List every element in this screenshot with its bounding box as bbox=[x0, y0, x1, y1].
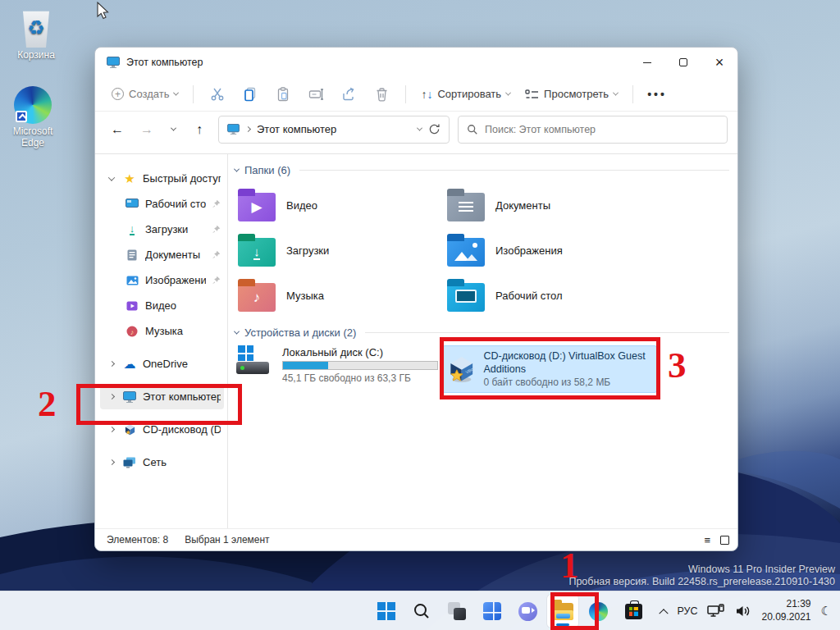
details-view-button[interactable]: ≡ bbox=[704, 534, 710, 546]
titlebar[interactable]: Этот компьютер × bbox=[95, 48, 737, 77]
sidebar-item-network[interactable]: Сеть bbox=[100, 450, 224, 475]
widgets-button[interactable] bbox=[477, 595, 508, 628]
navigation-pane: ★ Быстрый доступ Рабочий стол ↓ Загрузки… bbox=[95, 154, 228, 528]
paste-button[interactable] bbox=[267, 82, 299, 107]
search-button[interactable] bbox=[406, 595, 437, 628]
chat-button[interactable] bbox=[512, 595, 543, 628]
sidebar-item-documents[interactable]: Документы bbox=[100, 242, 224, 267]
minimize-icon bbox=[643, 62, 651, 63]
rename-button[interactable] bbox=[300, 82, 331, 107]
folder-downloads[interactable]: ↓ Загрузки bbox=[233, 228, 442, 273]
focus-assist-moon-icon[interactable]: ☾ bbox=[821, 604, 832, 619]
sidebar-item-music[interactable]: ♪ Музыка bbox=[100, 318, 224, 344]
tree-expand-icon[interactable] bbox=[107, 362, 116, 366]
recycle-bin-icon: ♻ bbox=[20, 10, 52, 48]
folder-desktop[interactable]: Рабочий стол bbox=[442, 273, 729, 318]
chat-icon bbox=[518, 602, 537, 621]
network-icon bbox=[122, 457, 137, 468]
toolbar-separator bbox=[193, 85, 194, 103]
recent-locations-button[interactable] bbox=[166, 127, 180, 131]
tree-expand-icon[interactable] bbox=[107, 176, 116, 181]
sidebar-item-onedrive[interactable]: ☁ OneDrive bbox=[100, 351, 224, 377]
collapse-chevron-icon[interactable] bbox=[234, 329, 240, 335]
tray-overflow-button[interactable] bbox=[653, 595, 674, 628]
widgets-icon bbox=[483, 602, 501, 620]
section-divider bbox=[299, 170, 729, 171]
up-button[interactable]: ↑ bbox=[189, 122, 210, 137]
section-divider bbox=[365, 332, 729, 333]
taskbar: РУС 21:39 20.09.2021 ☾ bbox=[0, 591, 840, 630]
navigation-bar: ← → ↑ Этот компьютер bbox=[95, 112, 737, 154]
clock[interactable]: 21:39 20.09.2021 bbox=[761, 598, 810, 623]
sidebar-item-videos[interactable]: Видео bbox=[100, 293, 224, 318]
start-button[interactable] bbox=[371, 595, 402, 628]
minimize-button[interactable] bbox=[629, 48, 665, 77]
desktop-icon-edge[interactable]: Microsoft Edge bbox=[2, 86, 64, 149]
onedrive-cloud-icon: ☁ bbox=[122, 357, 137, 372]
collapse-chevron-icon[interactable] bbox=[234, 167, 240, 172]
status-bar: Элементов: 8 Выбран 1 элемент ≡ bbox=[95, 528, 737, 550]
sidebar-item-pictures[interactable]: Изображения bbox=[100, 267, 224, 293]
language-indicator[interactable]: РУС bbox=[677, 605, 697, 617]
toolbar-separator bbox=[632, 85, 633, 103]
documents-folder-icon bbox=[447, 193, 485, 221]
music-folder-icon: ♪ bbox=[238, 283, 276, 312]
task-view-button[interactable] bbox=[441, 595, 472, 628]
sidebar-item-label: Изображения bbox=[145, 274, 206, 286]
copy-button[interactable] bbox=[235, 82, 266, 107]
see-more-button[interactable]: ••• bbox=[641, 82, 673, 107]
back-button[interactable]: ← bbox=[107, 122, 128, 137]
downloads-icon: ↓ bbox=[125, 223, 139, 235]
folder-label: Видео bbox=[286, 199, 317, 212]
chevron-down-icon bbox=[173, 90, 179, 96]
watermark-line1: Windows 11 Pro Insider Preview bbox=[568, 564, 835, 576]
sort-button[interactable]: ↑↓ Сортировать bbox=[414, 83, 517, 106]
large-icons-view-button[interactable] bbox=[720, 536, 729, 545]
drive-c-item[interactable]: Локальный диск (C:) 45,1 ГБ свободно из … bbox=[233, 345, 442, 393]
devices-header-label: Устройства и диски (2) bbox=[244, 326, 356, 339]
delete-icon bbox=[375, 87, 389, 102]
downloads-folder-icon: ↓ bbox=[238, 238, 276, 267]
sidebar-item-desktop[interactable]: Рабочий стол bbox=[100, 191, 224, 217]
new-button[interactable]: + Создать bbox=[105, 83, 185, 105]
tree-expand-icon[interactable] bbox=[107, 460, 116, 464]
shortcut-arrow-icon bbox=[16, 111, 27, 122]
volume-tray-icon[interactable] bbox=[735, 604, 751, 619]
documents-icon bbox=[125, 249, 139, 261]
chevron-up-icon bbox=[659, 609, 668, 618]
sidebar-item-downloads[interactable]: ↓ Загрузки bbox=[100, 217, 224, 242]
share-button[interactable] bbox=[333, 82, 364, 107]
maximize-button[interactable] bbox=[665, 48, 701, 77]
network-tray-icon[interactable] bbox=[707, 604, 725, 619]
videos-folder-icon: ▶ bbox=[238, 193, 276, 221]
folder-videos[interactable]: ▶ Видео bbox=[233, 183, 442, 228]
folder-documents[interactable]: Документы bbox=[442, 183, 729, 228]
search-input[interactable] bbox=[485, 124, 719, 135]
delete-button[interactable] bbox=[366, 82, 397, 107]
breadcrumb[interactable]: Этот компьютер bbox=[257, 123, 411, 135]
selection-count: Выбран 1 элемент bbox=[185, 534, 269, 546]
refresh-icon[interactable] bbox=[428, 123, 441, 135]
folder-pictures[interactable]: Изображения bbox=[442, 228, 729, 273]
view-button[interactable]: Просмотреть bbox=[518, 83, 624, 105]
desktop-icon-recycle-bin[interactable]: ♻ Корзина bbox=[5, 10, 67, 62]
pin-icon bbox=[212, 276, 221, 285]
breadcrumb-chevron-icon bbox=[245, 126, 251, 132]
folder-label: Загрузки bbox=[286, 244, 329, 257]
sidebar-item-quick-access[interactable]: ★ Быстрый доступ bbox=[100, 166, 224, 191]
maximize-icon bbox=[679, 58, 687, 66]
cut-button[interactable] bbox=[202, 82, 233, 107]
this-pc-window-icon bbox=[107, 57, 120, 68]
address-dropdown-icon[interactable] bbox=[417, 126, 422, 131]
folders-section-header[interactable]: Папки (6) bbox=[235, 164, 729, 176]
rename-icon bbox=[308, 87, 324, 102]
close-button[interactable]: × bbox=[701, 48, 737, 77]
address-bar[interactable]: Этот компьютер bbox=[218, 116, 450, 144]
tree-expand-icon[interactable] bbox=[107, 427, 116, 431]
annotation-box-2 bbox=[76, 384, 242, 425]
forward-button[interactable]: → bbox=[136, 122, 158, 137]
folder-music[interactable]: ♪ Музыка bbox=[233, 273, 442, 318]
task-view-icon bbox=[448, 602, 466, 620]
store-button[interactable] bbox=[618, 595, 649, 628]
search-box[interactable] bbox=[458, 116, 728, 144]
